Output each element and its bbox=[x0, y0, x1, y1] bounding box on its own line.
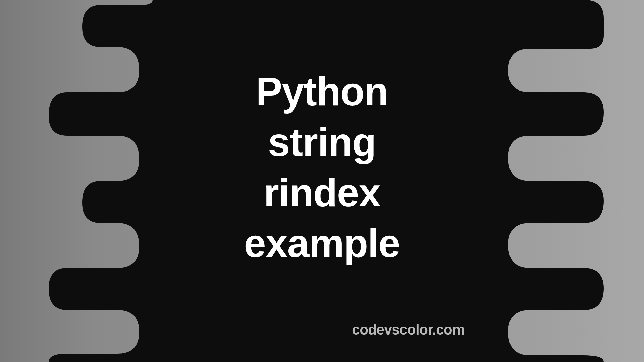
title-line-1: Python bbox=[244, 66, 400, 117]
watermark: codevscolor.com bbox=[352, 322, 465, 338]
content-overlay: Python string rindex example bbox=[0, 0, 644, 362]
title-text: Python string rindex example bbox=[244, 66, 400, 269]
title-line-4: example bbox=[244, 218, 400, 269]
title-line-2: string bbox=[244, 117, 400, 168]
title-line-3: rindex bbox=[244, 168, 400, 218]
